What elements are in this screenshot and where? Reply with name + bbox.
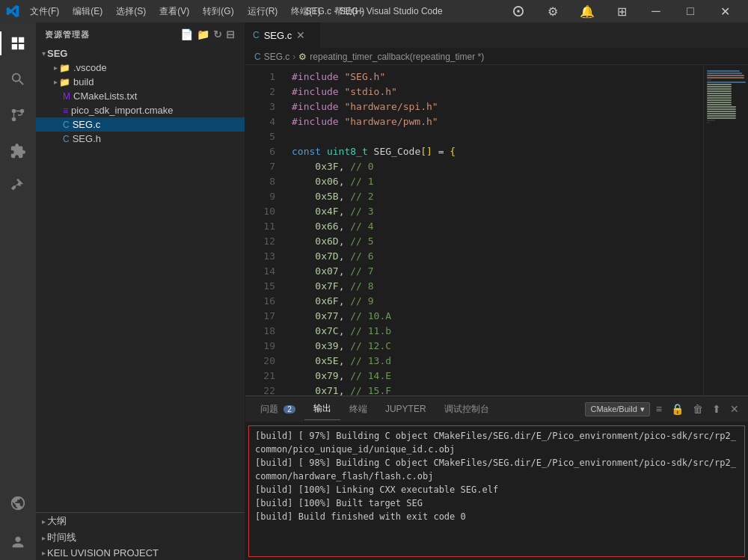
layout-icon-btn[interactable]: ⊞ — [604, 0, 639, 22]
new-file-icon[interactable]: 📄 — [180, 28, 194, 40]
sidebar: 资源管理器 📄 📁 ↻ ⊟ ▾ SEG ▸ 📁 .vscode ▸ — [36, 22, 245, 560]
chevron-down-icon: ▾ — [42, 49, 46, 58]
tree-item-vscode[interactable]: ▸ 📁 .vscode — [36, 61, 245, 75]
window-controls: ⚙ 🔔 ⊞ ─ □ ✕ — [501, 0, 742, 22]
line-num-3: 3 — [245, 99, 283, 114]
panel-maximize-icon[interactable]: ⬆ — [709, 401, 724, 416]
menu-run[interactable]: 运行(R) — [242, 4, 284, 19]
code-line-4: #include "hardware/pwm.h" — [292, 114, 703, 129]
menu-goto[interactable]: 转到(G) — [197, 4, 239, 19]
activity-explorer[interactable] — [0, 25, 36, 61]
line-num-2: 2 — [245, 84, 283, 99]
activity-bottom-group — [0, 485, 36, 560]
menu-view[interactable]: 查看(V) — [153, 4, 195, 19]
code-editor-main: 1 2 3 4 5 6 7 8 9 10 11 12 13 14 15 16 1 — [245, 65, 703, 396]
chevron-right-icon: ▸ — [42, 534, 46, 542]
tree-item-segc[interactable]: C SEG.c — [36, 117, 245, 132]
refresh-icon[interactable]: ↻ — [213, 28, 223, 40]
code-line-17: 0x77, // 10.A — [292, 309, 703, 324]
folder-icon: 📁 — [59, 63, 70, 73]
problems-label: 问题 — [260, 404, 278, 414]
menu-file[interactable]: 文件(F) — [24, 4, 65, 19]
outline-label: 大纲 — [47, 514, 67, 528]
tree-item-cmakelists[interactable]: M CMakeLists.txt — [36, 89, 245, 103]
output-line-5: [build] Build finished with exit code 0 — [255, 510, 738, 523]
tree-item-keil[interactable]: ▸ KEIL UVISION PROJECT — [36, 546, 245, 560]
remote-icon-btn[interactable] — [501, 0, 536, 22]
panel-tab-terminal[interactable]: 终端 — [340, 399, 376, 420]
close-button[interactable]: ✕ — [708, 0, 742, 22]
c-tab-icon: C — [253, 30, 260, 40]
line-num-16: 16 — [245, 294, 283, 309]
tab-label: SEG.c — [264, 30, 292, 41]
code-line-12: 0x6D, // 5 — [292, 234, 703, 249]
tab-close-icon[interactable]: ✕ — [296, 29, 305, 41]
settings-icon-btn[interactable]: ⚙ — [536, 0, 570, 22]
output-line-1: [build] [ 97%] Building C object CMakeFi… — [255, 429, 738, 456]
line-num-15: 15 — [245, 279, 283, 294]
code-content[interactable]: #include "SEG.h" #include "stdio.h" #inc… — [283, 65, 703, 396]
activity-remote[interactable] — [0, 485, 36, 521]
activity-run-debug[interactable] — [0, 169, 36, 205]
activity-search[interactable] — [0, 61, 36, 97]
menu-select[interactable]: 选择(S) — [110, 4, 152, 19]
code-line-13: 0x7D, // 6 — [292, 249, 703, 264]
editor-tabs: C SEG.c ✕ — [245, 22, 748, 49]
line-num-10: 10 — [245, 204, 283, 219]
tree-item-build[interactable]: ▸ 📁 build — [36, 75, 245, 89]
panel-output-content[interactable]: [build] [ 97%] Building C object CMakeFi… — [248, 425, 745, 557]
line-num-11: 11 — [245, 219, 283, 234]
code-line-1: #include "SEG.h" — [292, 70, 703, 84]
maximize-button[interactable]: □ — [673, 0, 708, 22]
panel-tab-jupyter[interactable]: JUPYTER — [376, 399, 435, 419]
vscode-logo-icon — [6, 4, 19, 18]
panel-tab-output[interactable]: 输出 — [304, 398, 340, 420]
keil-label: KEIL UVISION PROJECT — [47, 547, 159, 559]
activity-extensions[interactable] — [0, 133, 36, 169]
chevron-down-icon: ▾ — [640, 404, 645, 414]
tree-item-pico-cmake[interactable]: ≡ pico_sdk_import.cmake — [36, 103, 245, 117]
chevron-right-icon: ▸ — [42, 549, 46, 557]
code-line-19: 0x39, // 12.C — [292, 339, 703, 354]
code-line-15: 0x7F, // 8 — [292, 279, 703, 294]
breadcrumb-function[interactable]: repeating_timer_callback(repeating_timer… — [310, 52, 484, 62]
breadcrumb-icon: ⚙ — [298, 52, 307, 62]
panel-clear-icon[interactable]: 🗑 — [690, 401, 706, 416]
code-line-11: 0x66, // 4 — [292, 219, 703, 234]
breadcrumb-file-icon: C — [254, 52, 261, 62]
sidebar-bottom-sections: ▸ 大纲 ▸ 时间线 ▸ KEIL UVISION PROJECT — [36, 512, 245, 560]
line-num-13: 13 — [245, 249, 283, 264]
tree-item-timeline[interactable]: ▸ 时间线 — [36, 529, 245, 546]
file-name: pico_sdk_import.cmake — [71, 105, 174, 116]
activity-accounts[interactable] — [0, 524, 36, 560]
chevron-right-icon: ▸ — [54, 78, 58, 86]
panel-lock-icon[interactable]: 🔒 — [668, 401, 687, 416]
panel-source-dropdown[interactable]: CMake/Build ▾ — [585, 402, 649, 416]
tree-item-segh[interactable]: C SEG.h — [36, 132, 245, 146]
panel: 问题 2 输出 终端 JUPYTER 调试控制台 CMake/Build ▾ ≡… — [245, 396, 748, 560]
tree-item-outline[interactable]: ▸ 大纲 — [36, 513, 245, 529]
new-folder-icon[interactable]: 📁 — [197, 28, 210, 40]
collapse-all-icon[interactable]: ⊟ — [226, 28, 236, 40]
output-line-2: [build] [ 98%] Building C object CMakeFi… — [255, 456, 738, 483]
code-line-21: 0x79, // 14.E — [292, 369, 703, 384]
panel-close-icon[interactable]: ✕ — [727, 401, 742, 416]
tree-project-root[interactable]: ▾ SEG — [36, 46, 245, 61]
tab-segc[interactable]: C SEG.c ✕ — [245, 22, 320, 48]
code-line-7: 0x3F, // 0 — [292, 159, 703, 174]
line-num-14: 14 — [245, 264, 283, 279]
menu-edit[interactable]: 编辑(E) — [67, 4, 108, 19]
code-line-8: 0x06, // 1 — [292, 174, 703, 189]
code-line-14: 0x07, // 7 — [292, 264, 703, 279]
panel-list-icon[interactable]: ≡ — [653, 401, 665, 416]
activity-source-control[interactable] — [0, 97, 36, 133]
code-line-18: 0x7C, // 11.b — [292, 324, 703, 339]
problems-badge: 2 — [283, 405, 295, 413]
project-name: SEG — [47, 48, 67, 59]
panel-tab-problems[interactable]: 问题 2 — [251, 399, 304, 420]
panel-right-actions: CMake/Build ▾ ≡ 🔒 🗑 ⬆ ✕ — [585, 401, 742, 416]
minimize-button[interactable]: ─ — [639, 0, 673, 22]
notifications-icon-btn[interactable]: 🔔 — [570, 0, 604, 22]
panel-tab-debug[interactable]: 调试控制台 — [435, 399, 498, 420]
breadcrumb-file[interactable]: SEG.c — [264, 52, 290, 62]
